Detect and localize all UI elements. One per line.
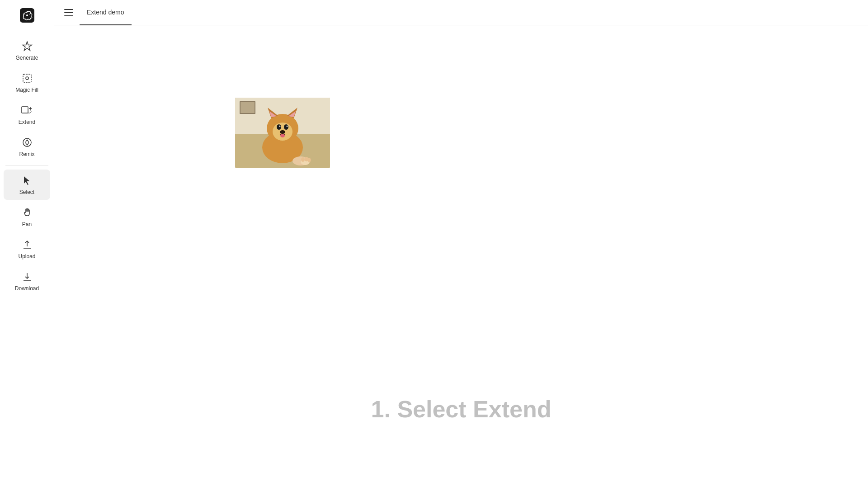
svg-point-25 bbox=[279, 126, 281, 127]
sidebar-item-remix[interactable]: Remix bbox=[4, 132, 50, 162]
svg-point-27 bbox=[280, 130, 285, 134]
sidebar-item-select[interactable]: Select bbox=[4, 170, 50, 200]
svg-marker-5 bbox=[23, 42, 32, 51]
sidebar-select-label: Select bbox=[19, 189, 34, 195]
sidebar-item-download[interactable]: Download bbox=[4, 266, 50, 296]
svg-rect-19 bbox=[241, 102, 255, 113]
app-logo[interactable] bbox=[17, 5, 37, 25]
extend-icon bbox=[21, 104, 33, 117]
menu-line-2 bbox=[64, 12, 73, 13]
svg-point-11 bbox=[26, 144, 28, 146]
generate-icon bbox=[21, 40, 33, 52]
sidebar-item-upload[interactable]: Upload bbox=[4, 234, 50, 264]
sidebar-download-label: Download bbox=[15, 285, 39, 292]
svg-point-37 bbox=[308, 158, 311, 162]
main-content: Extend demo bbox=[54, 0, 868, 477]
sidebar: Generate Magic Fill Extend bbox=[0, 0, 54, 477]
sidebar-generate-label: Generate bbox=[15, 55, 38, 61]
select-icon bbox=[21, 174, 33, 187]
svg-point-35 bbox=[301, 157, 305, 162]
sidebar-upload-label: Upload bbox=[18, 253, 35, 260]
doge-image bbox=[235, 98, 330, 168]
svg-point-26 bbox=[287, 126, 288, 127]
canvas-area[interactable]: 1. Select Extend bbox=[54, 25, 868, 477]
menu-button[interactable] bbox=[61, 5, 76, 20]
svg-point-10 bbox=[26, 140, 28, 141]
sidebar-magic-fill-label: Magic Fill bbox=[15, 87, 38, 93]
magic-fill-icon bbox=[21, 72, 33, 85]
svg-point-7 bbox=[26, 77, 28, 80]
tab-bar: Extend demo bbox=[54, 0, 868, 25]
menu-line-3 bbox=[64, 15, 73, 16]
sidebar-extend-label: Extend bbox=[19, 119, 35, 125]
sidebar-item-pan[interactable]: Pan bbox=[4, 202, 50, 232]
sidebar-remix-label: Remix bbox=[19, 151, 34, 157]
tab-extend-demo[interactable]: Extend demo bbox=[80, 0, 132, 25]
download-icon bbox=[21, 270, 33, 283]
sidebar-item-magic-fill[interactable]: Magic Fill bbox=[4, 67, 50, 98]
svg-point-1 bbox=[26, 14, 28, 16]
remix-icon bbox=[21, 136, 33, 149]
sidebar-item-generate[interactable]: Generate bbox=[4, 35, 50, 66]
svg-point-24 bbox=[284, 124, 288, 130]
pan-icon bbox=[21, 206, 33, 219]
instruction-text: 1. Select Extend bbox=[371, 396, 552, 423]
svg-rect-8 bbox=[22, 107, 28, 113]
svg-point-23 bbox=[277, 124, 281, 130]
svg-point-28 bbox=[280, 134, 285, 137]
sidebar-pan-label: Pan bbox=[22, 221, 32, 227]
sidebar-item-extend[interactable]: Extend bbox=[4, 99, 50, 130]
menu-line-1 bbox=[64, 9, 73, 10]
upload-icon bbox=[21, 238, 33, 251]
sidebar-divider bbox=[5, 165, 48, 166]
svg-marker-12 bbox=[24, 176, 30, 185]
svg-rect-6 bbox=[23, 74, 31, 82]
tab-label: Extend demo bbox=[87, 9, 124, 16]
